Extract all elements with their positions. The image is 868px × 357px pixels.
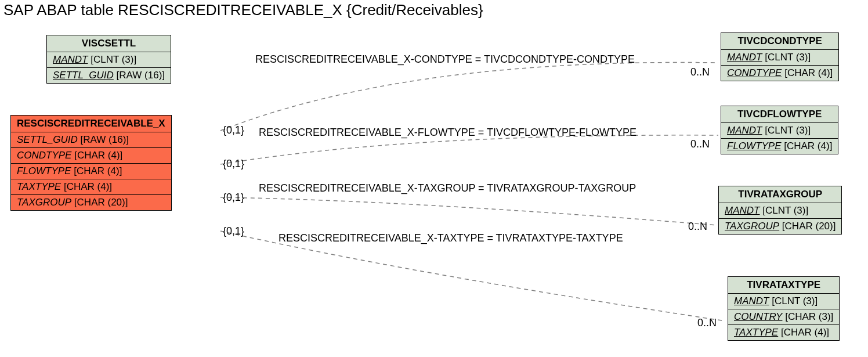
table-row: MANDT [CLNT (3)] (728, 294, 839, 309)
entity-header: VISCSETTL (47, 35, 171, 52)
relation-label-condtype: RESCISCREDITRECEIVABLE_X-CONDTYPE = TIVC… (255, 53, 635, 66)
field-name: SETTL_GUID (53, 70, 114, 81)
field-type: [CLNT (3)] (762, 52, 811, 63)
page-title: SAP ABAP table RESCISCREDITRECEIVABLE_X … (3, 1, 483, 19)
entity-header: TIVCDCONDTYPE (721, 33, 838, 50)
field-type: [CHAR (3)] (782, 311, 833, 322)
relation-label-flowtype: RESCISCREDITRECEIVABLE_X-FLOWTYPE = TIVC… (259, 127, 636, 139)
field-name: MANDT (734, 295, 769, 306)
table-row: TAXGROUP [CHAR (20)] (719, 218, 841, 234)
table-row: FLOWTYPE [CHAR (4)] (721, 138, 838, 154)
field-name: MANDT (727, 125, 762, 136)
entity-fields: MANDT [CLNT (3)]CONDTYPE [CHAR (4)] (721, 50, 838, 81)
cardinality-left-3: {0,1} (223, 192, 244, 204)
field-name: TAXGROUP (725, 221, 779, 232)
field-type: [CLNT (3)] (762, 125, 811, 136)
table-row: SETTL_GUID [RAW (16)] (47, 67, 171, 83)
field-type: [CHAR (4)] (782, 140, 833, 152)
entity-header: TIVRATAXGROUP (719, 186, 841, 203)
field-type: [CLNT (3)] (769, 295, 818, 306)
entity-resciscreditreceivable-x: RESCISCREDITRECEIVABLE_X SETTL_GUID [RAW… (10, 115, 172, 211)
field-type: [CLNT (3)] (88, 54, 136, 65)
table-row: MANDT [CLNT (3)] (721, 50, 838, 65)
table-row: TAXTYPE [CHAR (4)] (11, 179, 171, 194)
entity-viscsettl: VISCSETTL MANDT [CLNT (3)]SETTL_GUID [RA… (46, 35, 171, 84)
entity-header: TIVCDFLOWTYPE (721, 106, 838, 123)
entity-fields: MANDT [CLNT (3)]COUNTRY [CHAR (3)]TAXTYP… (728, 294, 839, 340)
entity-header: TIVRATAXTYPE (728, 277, 839, 294)
field-name: TAXTYPE (17, 181, 61, 192)
field-name: COUNTRY (734, 311, 782, 322)
table-row: CONDTYPE [CHAR (4)] (11, 147, 171, 163)
entity-fields: MANDT [CLNT (3)]FLOWTYPE [CHAR (4)] (721, 123, 838, 154)
table-row: COUNTRY [CHAR (3)] (728, 309, 839, 324)
entity-tivcdcondtype: TIVCDCONDTYPE MANDT [CLNT (3)]CONDTYPE [… (721, 33, 839, 81)
cardinality-right-3: 0..N (688, 221, 707, 233)
entity-header: RESCISCREDITRECEIVABLE_X (11, 116, 171, 132)
cardinality-right-4: 0..N (697, 317, 717, 329)
table-row: FLOWTYPE [CHAR (4)] (11, 163, 171, 179)
field-name: FLOWTYPE (727, 140, 782, 152)
relation-label-taxtype: RESCISCREDITRECEIVABLE_X-TAXTYPE = TIVRA… (279, 232, 623, 244)
relation-label-taxgroup: RESCISCREDITRECEIVABLE_X-TAXGROUP = TIVR… (259, 182, 636, 194)
field-type: [RAW (16)] (114, 70, 165, 81)
cardinality-left-2: {0,1} (223, 158, 244, 170)
field-name: SETTL_GUID (17, 134, 78, 145)
field-name: MANDT (725, 205, 760, 216)
cardinality-left-1: {0,1} (223, 124, 244, 136)
field-type: [RAW (16)] (78, 134, 129, 145)
field-type: [CHAR (20)] (71, 197, 128, 208)
field-name: TAXTYPE (734, 327, 778, 338)
field-type: [CHAR (4)] (71, 165, 122, 176)
entity-fields: MANDT [CLNT (3)]TAXGROUP [CHAR (20)] (719, 203, 841, 234)
entity-tivcdflowtype: TIVCDFLOWTYPE MANDT [CLNT (3)]FLOWTYPE [… (721, 106, 838, 154)
field-type: [CHAR (4)] (778, 327, 829, 338)
field-name: MANDT (727, 52, 762, 63)
field-type: [CHAR (4)] (782, 67, 833, 78)
cardinality-right-1: 0..N (690, 66, 710, 78)
field-name: MANDT (53, 54, 88, 65)
table-row: MANDT [CLNT (3)] (721, 123, 838, 138)
field-type: [CHAR (20)] (779, 221, 836, 232)
table-row: SETTL_GUID [RAW (16)] (11, 132, 171, 147)
field-name: CONDTYPE (727, 67, 782, 78)
field-type: [CHAR (4)] (71, 150, 122, 161)
field-name: CONDTYPE (17, 150, 71, 161)
field-name: FLOWTYPE (17, 165, 71, 176)
entity-tivrataxtype: TIVRATAXTYPE MANDT [CLNT (3)]COUNTRY [CH… (728, 276, 840, 341)
table-row: MANDT [CLNT (3)] (47, 52, 171, 67)
cardinality-left-4: {0,1} (223, 225, 244, 237)
table-row: TAXTYPE [CHAR (4)] (728, 324, 839, 340)
table-row: CONDTYPE [CHAR (4)] (721, 65, 838, 81)
table-row: MANDT [CLNT (3)] (719, 203, 841, 218)
entity-fields: SETTL_GUID [RAW (16)]CONDTYPE [CHAR (4)]… (11, 132, 171, 210)
entity-fields: MANDT [CLNT (3)]SETTL_GUID [RAW (16)] (47, 52, 171, 83)
cardinality-right-2: 0..N (690, 138, 710, 150)
field-type: [CLNT (3)] (760, 205, 808, 216)
table-row: TAXGROUP [CHAR (20)] (11, 194, 171, 210)
field-type: [CHAR (4)] (61, 181, 112, 192)
field-name: TAXGROUP (17, 197, 71, 208)
entity-tivrataxgroup: TIVRATAXGROUP MANDT [CLNT (3)]TAXGROUP [… (718, 186, 842, 235)
